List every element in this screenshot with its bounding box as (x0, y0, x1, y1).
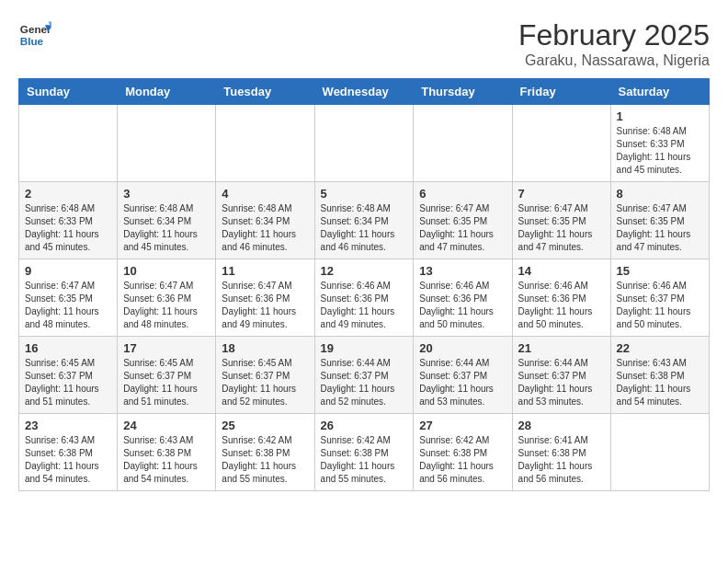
day-number: 12 (321, 264, 408, 278)
weekday-header-friday: Friday (512, 79, 610, 105)
weekday-header-monday: Monday (118, 79, 216, 105)
day-number: 7 (518, 187, 605, 201)
day-info: Sunrise: 6:44 AM Sunset: 6:37 PM Dayligh… (419, 357, 506, 408)
weekday-header-sunday: Sunday (19, 79, 118, 105)
calendar-cell (118, 105, 216, 182)
week-row-2: 2Sunrise: 6:48 AM Sunset: 6:33 PM Daylig… (19, 182, 710, 259)
day-info: Sunrise: 6:45 AM Sunset: 6:37 PM Dayligh… (123, 357, 210, 408)
calendar-cell: 28Sunrise: 6:41 AM Sunset: 6:38 PM Dayli… (512, 414, 610, 491)
week-row-3: 9Sunrise: 6:47 AM Sunset: 6:35 PM Daylig… (19, 259, 710, 337)
logo-icon: General Blue (18, 18, 51, 52)
svg-text:General: General (20, 23, 51, 35)
week-row-4: 16Sunrise: 6:45 AM Sunset: 6:37 PM Dayli… (19, 337, 710, 414)
logo: General Blue (18, 18, 51, 52)
day-info: Sunrise: 6:44 AM Sunset: 6:37 PM Dayligh… (518, 357, 605, 408)
calendar-cell (314, 105, 414, 182)
day-info: Sunrise: 6:48 AM Sunset: 6:33 PM Dayligh… (617, 125, 703, 177)
calendar-cell: 1Sunrise: 6:48 AM Sunset: 6:33 PM Daylig… (610, 105, 709, 182)
day-info: Sunrise: 6:43 AM Sunset: 6:38 PM Dayligh… (123, 434, 210, 486)
page-header: General Blue February 2025 Garaku, Nassa… (18, 18, 710, 69)
calendar-cell: 14Sunrise: 6:46 AM Sunset: 6:36 PM Dayli… (512, 259, 610, 337)
calendar-cell: 2Sunrise: 6:48 AM Sunset: 6:33 PM Daylig… (19, 182, 118, 259)
calendar-cell: 27Sunrise: 6:42 AM Sunset: 6:38 PM Dayli… (414, 414, 512, 491)
calendar-cell: 3Sunrise: 6:48 AM Sunset: 6:34 PM Daylig… (118, 182, 216, 259)
day-number: 24 (123, 419, 210, 432)
calendar-cell (610, 414, 709, 491)
weekday-header-thursday: Thursday (414, 79, 512, 105)
day-info: Sunrise: 6:41 AM Sunset: 6:38 PM Dayligh… (518, 434, 605, 486)
day-number: 18 (222, 341, 308, 355)
day-info: Sunrise: 6:46 AM Sunset: 6:37 PM Dayligh… (617, 280, 703, 331)
day-number: 9 (25, 264, 111, 278)
day-number: 23 (25, 419, 111, 432)
day-info: Sunrise: 6:46 AM Sunset: 6:36 PM Dayligh… (321, 280, 408, 331)
calendar-cell: 22Sunrise: 6:43 AM Sunset: 6:38 PM Dayli… (610, 337, 709, 414)
calendar-cell: 11Sunrise: 6:47 AM Sunset: 6:36 PM Dayli… (216, 259, 314, 337)
calendar-table: SundayMondayTuesdayWednesdayThursdayFrid… (18, 78, 710, 491)
day-info: Sunrise: 6:47 AM Sunset: 6:36 PM Dayligh… (222, 280, 308, 331)
day-number: 16 (25, 341, 111, 355)
day-info: Sunrise: 6:48 AM Sunset: 6:34 PM Dayligh… (321, 202, 408, 254)
day-number: 2 (25, 187, 111, 201)
day-info: Sunrise: 6:48 AM Sunset: 6:33 PM Dayligh… (25, 202, 111, 254)
calendar-cell: 24Sunrise: 6:43 AM Sunset: 6:38 PM Dayli… (118, 414, 216, 491)
calendar-cell: 4Sunrise: 6:48 AM Sunset: 6:34 PM Daylig… (216, 182, 314, 259)
calendar-cell (512, 105, 610, 182)
calendar-cell: 25Sunrise: 6:42 AM Sunset: 6:38 PM Dayli… (216, 414, 314, 491)
day-number: 17 (123, 341, 210, 355)
day-number: 19 (321, 341, 408, 355)
calendar-cell: 20Sunrise: 6:44 AM Sunset: 6:37 PM Dayli… (414, 337, 512, 414)
svg-text:Blue: Blue (20, 35, 44, 47)
day-number: 26 (321, 419, 408, 432)
week-row-1: 1Sunrise: 6:48 AM Sunset: 6:33 PM Daylig… (19, 105, 710, 182)
day-number: 4 (222, 187, 308, 201)
page-subtitle: Garaku, Nassarawa, Nigeria (518, 52, 710, 69)
day-number: 8 (617, 187, 703, 201)
day-number: 22 (617, 341, 703, 355)
calendar-cell: 18Sunrise: 6:45 AM Sunset: 6:37 PM Dayli… (216, 337, 314, 414)
week-row-5: 23Sunrise: 6:43 AM Sunset: 6:38 PM Dayli… (19, 414, 710, 491)
day-number: 14 (518, 264, 605, 278)
title-block: February 2025 Garaku, Nassarawa, Nigeria (518, 18, 710, 69)
day-info: Sunrise: 6:44 AM Sunset: 6:37 PM Dayligh… (321, 357, 408, 408)
day-info: Sunrise: 6:42 AM Sunset: 6:38 PM Dayligh… (321, 434, 408, 486)
day-info: Sunrise: 6:48 AM Sunset: 6:34 PM Dayligh… (222, 202, 308, 254)
day-info: Sunrise: 6:43 AM Sunset: 6:38 PM Dayligh… (617, 357, 703, 408)
day-number: 13 (419, 264, 506, 278)
day-number: 15 (617, 264, 703, 278)
calendar-cell: 21Sunrise: 6:44 AM Sunset: 6:37 PM Dayli… (512, 337, 610, 414)
page-title: February 2025 (518, 18, 710, 52)
calendar-cell (216, 105, 314, 182)
calendar-cell: 10Sunrise: 6:47 AM Sunset: 6:36 PM Dayli… (118, 259, 216, 337)
calendar-cell: 19Sunrise: 6:44 AM Sunset: 6:37 PM Dayli… (314, 337, 414, 414)
weekday-header-row: SundayMondayTuesdayWednesdayThursdayFrid… (19, 79, 710, 105)
weekday-header-tuesday: Tuesday (216, 79, 314, 105)
day-number: 20 (419, 341, 506, 355)
day-info: Sunrise: 6:46 AM Sunset: 6:36 PM Dayligh… (518, 280, 605, 331)
calendar-cell: 7Sunrise: 6:47 AM Sunset: 6:35 PM Daylig… (512, 182, 610, 259)
day-info: Sunrise: 6:46 AM Sunset: 6:36 PM Dayligh… (419, 280, 506, 331)
calendar-cell: 16Sunrise: 6:45 AM Sunset: 6:37 PM Dayli… (19, 337, 118, 414)
calendar-cell (19, 105, 118, 182)
day-info: Sunrise: 6:47 AM Sunset: 6:35 PM Dayligh… (25, 280, 111, 331)
day-number: 27 (419, 419, 506, 432)
day-info: Sunrise: 6:47 AM Sunset: 6:36 PM Dayligh… (123, 280, 210, 331)
calendar-cell: 26Sunrise: 6:42 AM Sunset: 6:38 PM Dayli… (314, 414, 414, 491)
day-number: 10 (123, 264, 210, 278)
calendar-cell: 17Sunrise: 6:45 AM Sunset: 6:37 PM Dayli… (118, 337, 216, 414)
day-info: Sunrise: 6:42 AM Sunset: 6:38 PM Dayligh… (222, 434, 308, 486)
weekday-header-saturday: Saturday (610, 79, 709, 105)
day-number: 28 (518, 419, 605, 432)
day-info: Sunrise: 6:43 AM Sunset: 6:38 PM Dayligh… (25, 434, 111, 486)
day-number: 11 (222, 264, 308, 278)
day-info: Sunrise: 6:47 AM Sunset: 6:35 PM Dayligh… (518, 202, 605, 254)
day-number: 6 (419, 187, 506, 201)
day-info: Sunrise: 6:48 AM Sunset: 6:34 PM Dayligh… (123, 202, 210, 254)
day-number: 25 (222, 419, 308, 432)
day-info: Sunrise: 6:42 AM Sunset: 6:38 PM Dayligh… (419, 434, 506, 486)
day-info: Sunrise: 6:47 AM Sunset: 6:35 PM Dayligh… (617, 202, 703, 254)
calendar-cell: 9Sunrise: 6:47 AM Sunset: 6:35 PM Daylig… (19, 259, 118, 337)
day-info: Sunrise: 6:47 AM Sunset: 6:35 PM Dayligh… (419, 202, 506, 254)
calendar-cell: 8Sunrise: 6:47 AM Sunset: 6:35 PM Daylig… (610, 182, 709, 259)
day-info: Sunrise: 6:45 AM Sunset: 6:37 PM Dayligh… (25, 357, 111, 408)
